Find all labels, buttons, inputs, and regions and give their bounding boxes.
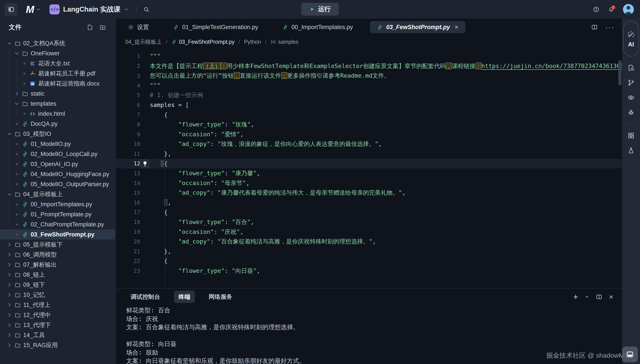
flask-button[interactable] <box>627 147 635 154</box>
tree-item[interactable]: 06_调用模型 <box>0 250 115 260</box>
code-line[interactable]: 13 "flower_type": "康乃馨", <box>116 168 622 178</box>
tree-item[interactable]: 03_模型IO <box>0 129 115 139</box>
code-line[interactable]: 2本文件是【提示工程（上）：用少样本FewShotTemplate和Exampl… <box>116 61 622 71</box>
tree-item[interactable]: 01_ModelIO.py <box>0 139 115 149</box>
code-line[interactable]: 14 "occasion": "母亲节", <box>116 178 622 188</box>
tree-item[interactable]: W易速鲜花运营指南.docx <box>0 78 115 88</box>
code-line[interactable]: 4""" <box>116 81 622 90</box>
grid-button[interactable] <box>627 132 635 139</box>
tree-item[interactable]: 易速鲜花员工手册.pdf <box>0 68 115 78</box>
chevron-down-icon[interactable] <box>6 131 13 136</box>
ai-assistant-button[interactable]: AI <box>623 21 639 57</box>
tree-item[interactable]: 01_PromptTemplate.py <box>0 209 115 220</box>
tree-item[interactable]: 05_ModelIO_OutputParser.py <box>0 179 115 189</box>
chevron-right-icon[interactable] <box>6 262 13 267</box>
code-line[interactable]: 8 "flower_type": "玫瑰", <box>116 120 622 130</box>
tree-item[interactable]: 15_RAG应用 <box>0 340 115 350</box>
code-line[interactable]: 9 "occasion": "爱情", <box>116 130 622 139</box>
eye-button[interactable] <box>627 94 635 101</box>
code-line[interactable]: 21 }, <box>116 246 622 256</box>
code-line[interactable]: 18 "flower_type": "百合", <box>116 217 622 227</box>
tree-item[interactable]: 04_提示模板上 <box>0 189 115 199</box>
code-link[interactable]: https://juejin.cn/book/73877023474361303… <box>481 62 622 69</box>
tree-item[interactable]: 05_提示模板下 <box>0 240 115 250</box>
tree-item[interactable]: 04_ModelIO_HuggingFace.py <box>0 169 115 179</box>
marscode-logo[interactable]: M <box>26 4 34 15</box>
code-line[interactable]: 10 "ad_copy": "玫瑰，浪漫的象征，是你向心爱的人表达爱意的最佳选择… <box>116 139 622 149</box>
code-line[interactable]: 19 "occasion": "庆祝", <box>116 227 622 237</box>
chevron-down-icon[interactable] <box>13 101 21 106</box>
code-line[interactable]: 6samples = [ <box>116 100 622 110</box>
chevron-right-icon[interactable] <box>6 272 13 278</box>
lightbulb-icon[interactable] <box>140 159 150 169</box>
tree-item[interactable]: static <box>0 88 115 99</box>
code-line[interactable]: 15 "ad_copy": "康乃馨代表着母爱的纯洁与伟大，是母亲节赠送给母亲的… <box>116 188 622 198</box>
code-line[interactable]: 23 "flower_type": "向日葵", <box>116 266 622 276</box>
tab-03_FewShotPrompt.py[interactable]: 03_FewShotPrompt.py× <box>370 21 466 33</box>
code-line[interactable]: 20 "ad_copy": "百合象征着纯洁与高雅，是你庆祝特殊时刻的理想选择。… <box>116 237 622 246</box>
chevron-down-icon[interactable] <box>6 41 13 46</box>
code-line[interactable]: 11 }, <box>116 149 622 159</box>
code-line[interactable]: 22 { <box>116 256 622 266</box>
tree-item[interactable]: 00_ImportTemplates.py <box>0 199 115 209</box>
code-line[interactable]: 16 }, <box>116 198 622 208</box>
close-icon[interactable]: × <box>455 24 459 31</box>
split-editor-button[interactable] <box>591 24 598 30</box>
tree-item[interactable]: 14_工具 <box>0 330 115 340</box>
tree-item[interactable]: 03_FewShotPrompt.py <box>0 230 115 240</box>
new-terminal-button[interactable]: + <box>573 294 578 300</box>
breadcrumb-item[interactable]: 04_提示模板上 <box>125 38 162 46</box>
tree-item[interactable]: DocQA.py <box>0 119 115 129</box>
tree-item[interactable]: 10_记忆 <box>0 290 115 300</box>
breadcrumb-item[interactable]: 03_FewShotPrompt.py <box>171 39 235 45</box>
tree-item[interactable]: 02_文档QA系统 <box>0 38 115 48</box>
chevron-right-icon[interactable] <box>6 342 13 348</box>
git-branch-button[interactable] <box>627 79 635 86</box>
tab-设置[interactable]: 设置 <box>121 21 156 33</box>
chevron-right-icon[interactable] <box>6 282 13 288</box>
chevron-right-icon[interactable] <box>6 332 13 338</box>
new-file-button[interactable] <box>87 24 93 30</box>
help-button[interactable]: ? <box>593 6 599 12</box>
chevron-right-icon[interactable] <box>6 242 13 247</box>
bug-button[interactable] <box>627 109 635 116</box>
chevron-right-icon[interactable] <box>6 252 13 257</box>
chevron-right-icon[interactable] <box>6 322 13 328</box>
chevron-right-icon[interactable] <box>6 302 13 308</box>
chevron-right-icon[interactable] <box>6 312 13 318</box>
search-button[interactable] <box>143 6 149 12</box>
panel-tab-终端[interactable]: 终端 <box>174 291 195 303</box>
new-folder-button[interactable] <box>99 24 106 30</box>
panel-tab-网络服务[interactable]: 网络服务 <box>204 291 237 303</box>
toggle-panel-button[interactable] <box>622 346 638 362</box>
tree-item[interactable]: 12_代理中 <box>0 310 115 320</box>
chevron-right-icon[interactable] <box>13 91 21 96</box>
close-panel-button[interactable]: × <box>609 294 613 300</box>
code-line[interactable]: 3您可以点击最上方的“运行”按钮，直接运行该文件；更多操作指引请参考Readme… <box>116 71 622 81</box>
notifications-button[interactable] <box>608 6 614 12</box>
tab-00_ImportTemplates.py[interactable]: 00_ImportTemplates.py <box>275 21 360 33</box>
more-actions-button[interactable]: ··· <box>605 25 614 29</box>
code-line[interactable]: 1""" <box>116 52 622 61</box>
code-editor[interactable]: 1"""2本文件是【提示工程（上）：用少样本FewShotTemplate和Ex… <box>116 48 622 289</box>
tree-item[interactable]: 02_ChatPromptTemplate.py <box>0 220 115 230</box>
breadcrumb-item[interactable]: samples <box>271 39 299 45</box>
chevron-down-icon[interactable] <box>36 7 41 12</box>
tree-item[interactable]: index.html <box>0 109 115 119</box>
tree-item[interactable]: 02_ModelIO_LoopCall.py <box>0 149 115 159</box>
code-line[interactable]: 12 { <box>116 159 622 169</box>
split-terminal-button[interactable] <box>596 294 602 300</box>
tree-item[interactable]: 13_代理下 <box>0 320 115 330</box>
code-line[interactable]: 7 { <box>116 110 622 120</box>
chevron-right-icon[interactable] <box>6 292 13 298</box>
tree-item[interactable]: 03_OpenAI_IO.py <box>0 159 115 169</box>
sidebar-toggle-button[interactable] <box>5 3 18 16</box>
tree-item[interactable]: 花语大全.txt <box>0 58 115 68</box>
tab-01_SimpleTextGeneration.py[interactable]: 01_SimpleTextGeneration.py <box>166 21 265 33</box>
editor-scrollbar[interactable] <box>618 60 621 85</box>
tree-item[interactable]: 09_链下 <box>0 280 115 290</box>
tree-item[interactable]: 08_链上 <box>0 270 115 280</box>
file-search-button[interactable] <box>627 64 635 72</box>
run-button[interactable]: 运行 <box>301 3 339 16</box>
code-line[interactable]: 17 { <box>116 208 622 218</box>
